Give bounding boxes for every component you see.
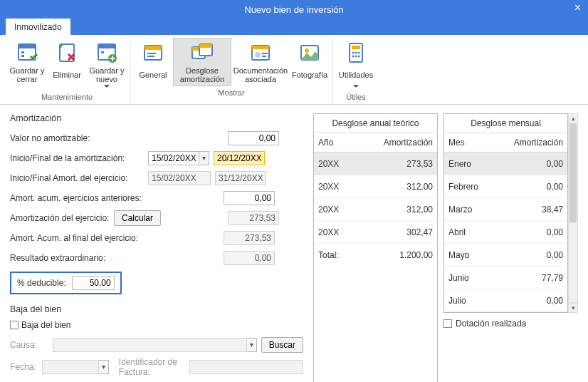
- photo-icon: [298, 41, 321, 64]
- valor-no-input[interactable]: [228, 131, 279, 145]
- inicio-amort-input[interactable]: [148, 151, 199, 165]
- desglose-icon: [191, 41, 214, 64]
- id-factura-input[interactable]: [189, 360, 303, 374]
- ribbon: Guardar y cerrar Eliminar Guardar y nuev…: [0, 35, 588, 105]
- monthly-col-mes: Mes: [444, 133, 501, 152]
- ribbon-group-utiles: Utilidades Útiles: [333, 38, 379, 104]
- desglose-label: Desglose amortización: [175, 66, 229, 84]
- annual-title: Desglose anual teórico: [314, 114, 437, 133]
- acum-prev-label: Amort. acum. ejercicios anteriores:: [10, 193, 219, 203]
- save-close-button[interactable]: Guardar y cerrar: [7, 38, 47, 91]
- inicio-fin-ej-label: Inicio/Final Amort. del ejercicio:: [10, 173, 144, 183]
- svg-point-30: [355, 56, 357, 58]
- svg-point-19: [255, 52, 261, 58]
- ribbon-group-mostrar: General Desglose amortización Documentac…: [130, 38, 333, 104]
- docs-icon: [249, 41, 272, 64]
- fin-amort-input[interactable]: [214, 151, 265, 165]
- monthly-row[interactable]: Julio0,00: [444, 289, 567, 312]
- ribbon-group-title-mant: Mantenimiento: [7, 91, 127, 103]
- baja-section-title: Baja del bien: [10, 304, 303, 314]
- monthly-row[interactable]: Febrero0,00: [444, 175, 567, 198]
- svg-rect-25: [352, 46, 360, 49]
- save-close-label: Guardar y cerrar: [9, 66, 45, 84]
- general-button[interactable]: General: [133, 38, 173, 86]
- monthly-row[interactable]: Junio77,79: [444, 267, 567, 289]
- dotacion-checkbox[interactable]: [443, 319, 452, 328]
- resultado-label: Resultado extraordinario:: [10, 253, 219, 263]
- annual-total-row: Total:1.200,00: [314, 244, 437, 266]
- save-new-label: Guardar y nuevo: [89, 66, 125, 84]
- calcular-button[interactable]: Calcular: [114, 210, 161, 226]
- monthly-col-amort: Amortización: [501, 133, 567, 152]
- svg-rect-10: [145, 46, 162, 50]
- close-icon[interactable]: ×: [574, 1, 581, 14]
- causa-label: Causa:: [10, 340, 48, 350]
- save-close-icon: [16, 41, 38, 64]
- desglose-button[interactable]: Desglose amortización: [173, 38, 231, 86]
- ribbon-group-title-utiles: Útiles: [336, 91, 376, 103]
- causa-input[interactable]: [53, 338, 247, 352]
- deducible-input[interactable]: [72, 276, 115, 290]
- id-factura-label: Identificador de Factura:: [119, 357, 185, 377]
- inicio-fin-label: Inicio/Final de la amortización:: [10, 153, 144, 163]
- annual-row[interactable]: 20XX312,00: [314, 175, 437, 198]
- causa-dropdown-icon[interactable]: ▾: [247, 338, 257, 352]
- ribbon-group-mantenimiento: Guardar y cerrar Eliminar Guardar y nuev…: [4, 38, 130, 104]
- baja-checkbox[interactable]: [10, 321, 19, 329]
- fecha-label: Fecha:: [10, 362, 38, 372]
- amort-ej-input: [228, 211, 279, 225]
- fecha-input[interactable]: [42, 360, 99, 374]
- ribbon-group-title-mostrar: Mostrar: [133, 86, 330, 98]
- inicio-ej-input: [148, 171, 211, 185]
- svg-point-28: [358, 52, 360, 54]
- tab-inmovilizado[interactable]: Inmovilizado: [6, 19, 70, 35]
- annual-row[interactable]: 20XX302,47: [314, 221, 437, 244]
- utilidades-label: Utilidades: [339, 66, 373, 84]
- monthly-row[interactable]: Mayo0,00: [444, 244, 567, 267]
- svg-rect-7: [101, 51, 104, 53]
- general-icon: [142, 41, 164, 64]
- svg-rect-6: [98, 44, 115, 48]
- acum-final-input: [224, 231, 275, 245]
- buscar-button[interactable]: Buscar: [261, 337, 303, 353]
- calculator-icon: [345, 41, 367, 64]
- fecha-dropdown-icon[interactable]: ▾: [99, 360, 109, 374]
- docs-label: Documentación asociada: [233, 66, 288, 84]
- chevron-down-icon: [104, 85, 110, 88]
- save-new-button[interactable]: Guardar y nuevo: [87, 38, 127, 91]
- annual-row[interactable]: 20XX312,00: [314, 198, 437, 221]
- svg-rect-3: [21, 55, 24, 57]
- monthly-table: Desglose mensual Mes Amortización Enero0…: [443, 113, 568, 313]
- svg-rect-1: [19, 44, 36, 48]
- utilidades-button[interactable]: Utilidades: [336, 38, 376, 91]
- fin-ej-input: [215, 171, 266, 185]
- svg-point-29: [352, 56, 355, 58]
- scroll-down-icon[interactable]: ▾: [568, 303, 578, 313]
- monthly-row[interactable]: Marzo38,47: [444, 198, 567, 221]
- window-title: Nuevo bien de inversión: [244, 4, 343, 15]
- valor-no-label: Valor no amortizable:: [10, 133, 144, 143]
- svg-rect-20: [262, 53, 268, 54]
- svg-point-26: [352, 52, 355, 54]
- amort-ej-label: Amortización del ejercicio:: [10, 213, 110, 223]
- general-label: General: [139, 66, 167, 84]
- monthly-scrollbar[interactable]: ▴ ▾: [568, 113, 578, 313]
- docs-button[interactable]: Documentación asociada: [231, 38, 290, 86]
- deducible-label: % deducible:: [17, 278, 66, 288]
- date-dropdown-icon[interactable]: ▾: [199, 151, 209, 165]
- annual-row[interactable]: 20XX273,53: [314, 153, 437, 175]
- svg-rect-2: [21, 51, 24, 53]
- foto-button[interactable]: Fotografía: [290, 38, 330, 86]
- annual-table: Desglose anual teórico Año Amortización …: [313, 113, 438, 382]
- acum-prev-input[interactable]: [224, 191, 275, 205]
- monthly-row[interactable]: Abril0,00: [444, 221, 567, 244]
- svg-point-31: [358, 56, 360, 58]
- delete-button[interactable]: Eliminar: [47, 38, 87, 91]
- monthly-row[interactable]: Enero0,00: [444, 153, 567, 175]
- acum-final-label: Amort. Acum. al final del ejercicio:: [10, 233, 219, 243]
- annual-col-amort: Amortización: [371, 133, 437, 152]
- scroll-up-icon[interactable]: ▴: [568, 113, 578, 123]
- delete-icon: [56, 41, 78, 64]
- svg-rect-18: [252, 46, 269, 49]
- foto-label: Fotografía: [292, 66, 327, 84]
